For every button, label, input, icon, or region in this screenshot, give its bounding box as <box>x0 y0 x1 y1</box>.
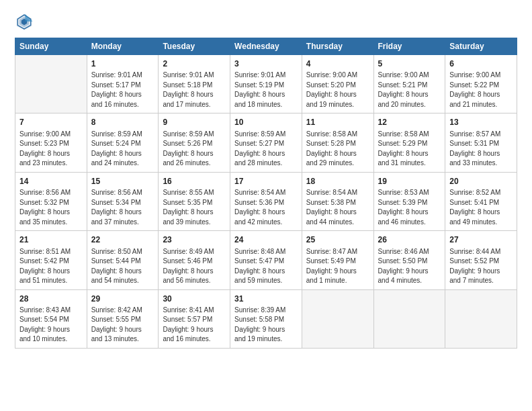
day-number: 16 <box>163 176 226 187</box>
day-info: Sunrise: 8:41 AMSunset: 5:57 PMDaylight:… <box>163 306 226 345</box>
day-number: 22 <box>91 234 154 246</box>
day-info: Sunrise: 9:01 AMSunset: 5:17 PMDaylight:… <box>91 71 154 109</box>
calendar-cell: 18Sunrise: 8:54 AMSunset: 5:38 PMDayligh… <box>302 172 373 230</box>
calendar-cell <box>302 289 373 348</box>
calendar-cell: 9Sunrise: 8:59 AMSunset: 5:26 PMDaylight… <box>159 113 230 172</box>
calendar-cell: 15Sunrise: 8:56 AMSunset: 5:34 PMDayligh… <box>87 172 159 230</box>
day-info: Sunrise: 8:48 AMSunset: 5:47 PMDaylight:… <box>234 247 298 286</box>
day-number: 27 <box>449 234 513 246</box>
day-info: Sunrise: 8:47 AMSunset: 5:49 PMDaylight:… <box>306 247 369 286</box>
day-number: 9 <box>163 117 226 128</box>
day-info: Sunrise: 8:58 AMSunset: 5:29 PMDaylight:… <box>378 130 441 169</box>
day-info: Sunrise: 8:39 AMSunset: 5:58 PMDaylight:… <box>234 306 298 345</box>
day-number: 5 <box>378 58 441 70</box>
day-info: Sunrise: 8:54 AMSunset: 5:38 PMDaylight:… <box>306 188 369 227</box>
day-number: 31 <box>234 293 298 305</box>
day-info: Sunrise: 8:58 AMSunset: 5:28 PMDaylight:… <box>306 130 369 169</box>
logo <box>15 12 36 31</box>
day-header-monday: Monday <box>87 38 159 55</box>
day-number: 13 <box>449 117 513 128</box>
day-info: Sunrise: 8:59 AMSunset: 5:27 PMDaylight:… <box>234 130 298 169</box>
day-number: 20 <box>449 176 513 187</box>
calendar-cell: 2Sunrise: 9:01 AMSunset: 5:18 PMDaylight… <box>159 55 230 113</box>
day-info: Sunrise: 8:43 AMSunset: 5:54 PMDaylight:… <box>19 306 83 345</box>
calendar-cell: 7Sunrise: 9:00 AMSunset: 5:23 PMDaylight… <box>15 113 87 172</box>
day-header-tuesday: Tuesday <box>159 38 230 55</box>
day-info: Sunrise: 9:00 AMSunset: 5:20 PMDaylight:… <box>306 71 369 109</box>
calendar-cell: 26Sunrise: 8:46 AMSunset: 5:50 PMDayligh… <box>373 231 445 289</box>
calendar-cell: 6Sunrise: 9:00 AMSunset: 5:22 PMDaylight… <box>445 55 517 113</box>
day-info: Sunrise: 8:59 AMSunset: 5:24 PMDaylight:… <box>91 130 154 169</box>
day-info: Sunrise: 8:51 AMSunset: 5:42 PMDaylight:… <box>19 247 83 286</box>
calendar-week-row: 1Sunrise: 9:01 AMSunset: 5:17 PMDaylight… <box>15 55 517 113</box>
day-info: Sunrise: 9:00 AMSunset: 5:21 PMDaylight:… <box>378 71 441 109</box>
calendar-week-row: 21Sunrise: 8:51 AMSunset: 5:42 PMDayligh… <box>15 231 517 289</box>
day-info: Sunrise: 9:00 AMSunset: 5:23 PMDaylight:… <box>19 130 83 169</box>
day-header-thursday: Thursday <box>302 38 373 55</box>
day-number: 11 <box>306 117 369 128</box>
calendar-cell <box>373 289 445 348</box>
day-info: Sunrise: 8:46 AMSunset: 5:50 PMDaylight:… <box>378 247 441 286</box>
calendar-cell: 30Sunrise: 8:41 AMSunset: 5:57 PMDayligh… <box>159 289 230 348</box>
day-info: Sunrise: 8:42 AMSunset: 5:55 PMDaylight:… <box>91 306 154 345</box>
calendar-header-row: SundayMondayTuesdayWednesdayThursdayFrid… <box>15 38 517 55</box>
day-number: 24 <box>234 234 298 246</box>
day-number: 15 <box>91 176 154 187</box>
day-number: 28 <box>19 293 83 305</box>
day-info: Sunrise: 8:52 AMSunset: 5:41 PMDaylight:… <box>449 188 513 227</box>
calendar-cell: 8Sunrise: 8:59 AMSunset: 5:24 PMDaylight… <box>87 113 159 172</box>
day-info: Sunrise: 8:44 AMSunset: 5:52 PMDaylight:… <box>449 247 513 286</box>
calendar-cell: 21Sunrise: 8:51 AMSunset: 5:42 PMDayligh… <box>15 231 87 289</box>
logo-icon <box>15 12 34 31</box>
calendar-cell: 3Sunrise: 9:01 AMSunset: 5:19 PMDaylight… <box>230 55 302 113</box>
day-number: 14 <box>19 176 83 187</box>
day-number: 18 <box>306 176 369 187</box>
calendar-cell: 1Sunrise: 9:01 AMSunset: 5:17 PMDaylight… <box>87 55 159 113</box>
calendar-week-row: 14Sunrise: 8:56 AMSunset: 5:32 PMDayligh… <box>15 172 517 230</box>
day-info: Sunrise: 8:55 AMSunset: 5:35 PMDaylight:… <box>163 188 226 227</box>
day-number: 17 <box>234 176 298 187</box>
calendar-cell: 17Sunrise: 8:54 AMSunset: 5:36 PMDayligh… <box>230 172 302 230</box>
calendar-cell: 19Sunrise: 8:53 AMSunset: 5:39 PMDayligh… <box>373 172 445 230</box>
day-info: Sunrise: 8:54 AMSunset: 5:36 PMDaylight:… <box>234 188 298 227</box>
day-number: 30 <box>163 293 226 305</box>
day-number: 29 <box>91 293 154 305</box>
day-number: 21 <box>19 234 83 246</box>
calendar-cell: 25Sunrise: 8:47 AMSunset: 5:49 PMDayligh… <box>302 231 373 289</box>
day-info: Sunrise: 8:56 AMSunset: 5:32 PMDaylight:… <box>19 188 83 227</box>
day-number: 12 <box>378 117 441 128</box>
calendar-cell: 27Sunrise: 8:44 AMSunset: 5:52 PMDayligh… <box>445 231 517 289</box>
day-number: 25 <box>306 234 369 246</box>
calendar-cell: 11Sunrise: 8:58 AMSunset: 5:28 PMDayligh… <box>302 113 373 172</box>
calendar-cell: 20Sunrise: 8:52 AMSunset: 5:41 PMDayligh… <box>445 172 517 230</box>
calendar-cell <box>445 289 517 348</box>
day-number: 2 <box>163 58 226 70</box>
day-header-saturday: Saturday <box>445 38 517 55</box>
calendar-cell: 12Sunrise: 8:58 AMSunset: 5:29 PMDayligh… <box>373 113 445 172</box>
calendar-cell: 22Sunrise: 8:50 AMSunset: 5:44 PMDayligh… <box>87 231 159 289</box>
day-info: Sunrise: 8:53 AMSunset: 5:39 PMDaylight:… <box>378 188 441 227</box>
calendar-cell: 4Sunrise: 9:00 AMSunset: 5:20 PMDaylight… <box>302 55 373 113</box>
header <box>15 12 517 31</box>
calendar-cell: 10Sunrise: 8:59 AMSunset: 5:27 PMDayligh… <box>230 113 302 172</box>
calendar-cell: 28Sunrise: 8:43 AMSunset: 5:54 PMDayligh… <box>15 289 87 348</box>
calendar-week-row: 7Sunrise: 9:00 AMSunset: 5:23 PMDaylight… <box>15 113 517 172</box>
day-header-friday: Friday <box>373 38 445 55</box>
calendar-table: SundayMondayTuesdayWednesdayThursdayFrid… <box>15 38 517 349</box>
day-number: 3 <box>234 58 298 70</box>
page: SundayMondayTuesdayWednesdayThursdayFrid… <box>0 0 532 411</box>
day-header-wednesday: Wednesday <box>230 38 302 55</box>
day-number: 23 <box>163 234 226 246</box>
day-header-sunday: Sunday <box>15 38 87 55</box>
day-number: 10 <box>234 117 298 128</box>
day-info: Sunrise: 8:57 AMSunset: 5:31 PMDaylight:… <box>449 130 513 169</box>
day-info: Sunrise: 9:01 AMSunset: 5:19 PMDaylight:… <box>234 71 298 109</box>
calendar-cell <box>15 55 87 113</box>
calendar-week-row: 28Sunrise: 8:43 AMSunset: 5:54 PMDayligh… <box>15 289 517 348</box>
calendar-cell: 31Sunrise: 8:39 AMSunset: 5:58 PMDayligh… <box>230 289 302 348</box>
day-info: Sunrise: 8:49 AMSunset: 5:46 PMDaylight:… <box>163 247 226 286</box>
day-number: 8 <box>91 117 154 128</box>
day-number: 19 <box>378 176 441 187</box>
calendar-cell: 29Sunrise: 8:42 AMSunset: 5:55 PMDayligh… <box>87 289 159 348</box>
day-number: 6 <box>449 58 513 70</box>
